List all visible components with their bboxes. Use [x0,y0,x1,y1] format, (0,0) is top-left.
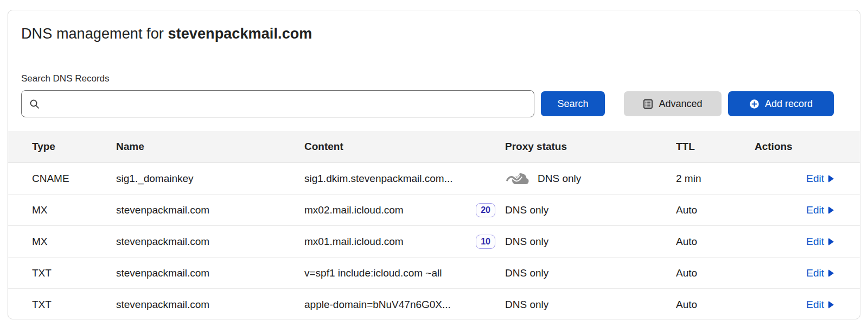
proxy-status-cell: DNS only [505,204,676,216]
edit-link-label: Edit [806,173,824,185]
edit-link-label: Edit [806,236,824,248]
edit-link[interactable]: Edit [806,299,834,311]
actions-cell: Edit [755,299,860,311]
dns-management-card: DNS management for stevenpackmail.com Se… [8,10,860,319]
edit-arrow-icon [828,301,834,309]
edit-link-label: Edit [806,204,824,216]
proxy-status-cell: DNS only [505,171,676,187]
proxy-status-text: DNS only [505,204,548,216]
edit-link[interactable]: Edit [806,267,834,279]
actions-cell: Edit [755,267,860,279]
search-icon [29,99,40,109]
header-content: Content [304,141,505,153]
header-type: Type [8,141,116,153]
proxy-status-cell: DNS only [505,236,676,248]
record-content-text: apple-domain=bNuV47n6G0X... [304,299,451,311]
priority-badge: 20 [476,203,495,217]
search-box[interactable] [21,90,534,117]
record-content: apple-domain=bNuV47n6G0X... [304,299,505,311]
edit-arrow-icon [828,175,834,183]
record-ttl: Auto [676,267,755,279]
dns-records-table: Type Name Content Proxy status TTL Actio… [8,131,860,319]
record-name: stevenpackmail.com [116,204,304,216]
plus-circle-icon [749,99,760,109]
record-ttl: Auto [676,204,755,216]
actions-cell: Edit [755,173,860,185]
header-ttl: TTL [676,141,755,153]
header-name: Name [116,141,304,153]
search-button-label: Search [557,98,588,110]
record-type: MX [8,204,116,216]
table-row: CNAME sig1._domainkey sig1.dkim.stevenpa… [8,162,860,194]
edit-arrow-icon [828,269,834,277]
proxy-status-text: DNS only [505,267,548,279]
record-content-text: sig1.dkim.stevenpackmail.com... [304,173,453,185]
record-content-text: mx01.mail.icloud.com [304,236,404,248]
record-name: stevenpackmail.com [116,267,304,279]
proxy-status-text: DNS only [505,236,548,248]
page-title: DNS management for stevenpackmail.com [21,24,834,43]
actions-cell: Edit [755,204,860,216]
advanced-button[interactable]: Advanced [624,91,722,116]
header-actions: Actions [755,141,860,153]
add-record-button-label: Add record [765,98,813,110]
card-header-area: DNS management for stevenpackmail.com Se… [8,10,860,117]
search-button[interactable]: Search [541,91,605,116]
page-title-prefix: DNS management for [21,26,168,42]
dns-only-cloud-icon [505,171,530,187]
edit-arrow-icon [828,206,834,214]
edit-link[interactable]: Edit [806,173,834,185]
actions-cell: Edit [755,236,860,248]
record-content-text: v=spf1 include:icloud.com ~all [304,267,442,279]
proxy-status-cell: DNS only [505,267,676,279]
record-content: sig1.dkim.stevenpackmail.com... [304,173,505,185]
record-type: CNAME [8,173,116,185]
record-name: sig1._domainkey [116,173,304,185]
edit-link[interactable]: Edit [806,236,834,248]
add-record-button[interactable]: Add record [728,91,834,116]
record-ttl: 2 min [676,173,755,185]
edit-link-label: Edit [806,299,824,311]
search-input[interactable] [45,91,526,117]
record-type: TXT [8,299,116,311]
record-name: stevenpackmail.com [116,299,304,311]
record-content: mx02.mail.icloud.com 20 [304,203,505,217]
table-row: MX stevenpackmail.com mx02.mail.icloud.c… [8,194,860,225]
record-content: v=spf1 include:icloud.com ~all [304,267,505,279]
record-type: MX [8,236,116,248]
header-proxy-status: Proxy status [505,141,676,153]
table-row: MX stevenpackmail.com mx01.mail.icloud.c… [8,225,860,257]
record-ttl: Auto [676,299,755,311]
proxy-status-text: DNS only [505,299,548,311]
edit-arrow-icon [828,238,834,246]
list-document-icon [643,99,653,109]
table-row: TXT stevenpackmail.com apple-domain=bNuV… [8,288,860,319]
edit-link[interactable]: Edit [806,204,834,216]
proxy-status-cell: DNS only [505,299,676,311]
record-ttl: Auto [676,236,755,248]
record-type: TXT [8,267,116,279]
edit-link-label: Edit [806,267,824,279]
record-name: stevenpackmail.com [116,236,304,248]
search-controls-row: Search Advanced [21,90,834,117]
record-content-text: mx02.mail.icloud.com [304,204,404,216]
table-row: TXT stevenpackmail.com v=spf1 include:ic… [8,257,860,288]
proxy-status-text: DNS only [538,173,581,185]
priority-badge: 10 [476,235,495,249]
table-header-row: Type Name Content Proxy status TTL Actio… [8,131,860,162]
search-label: Search DNS Records [21,73,834,84]
page-title-domain: stevenpackmail.com [168,26,312,42]
record-content: mx01.mail.icloud.com 10 [304,235,505,249]
advanced-button-label: Advanced [659,98,702,110]
